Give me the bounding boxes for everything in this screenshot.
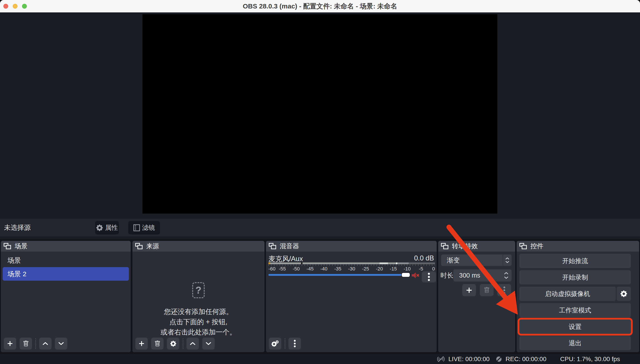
scenes-panel: 场景 场景 场景 2 xyxy=(1,241,131,352)
title-bar: OBS 28.0.3 (mac) - 配置文件: 未命名 - 场景: 未命名 xyxy=(0,0,640,12)
transition-properties-button[interactable] xyxy=(497,284,511,296)
remove-scene-button[interactable] xyxy=(20,338,32,350)
mixer-source-menu-button[interactable] xyxy=(422,271,436,282)
live-status-icon xyxy=(436,356,445,363)
transition-selected-value: 渐变 xyxy=(447,254,460,266)
add-source-button[interactable] xyxy=(135,338,148,350)
volume-db-label: 0.0 dB xyxy=(414,254,434,262)
source-up-button[interactable] xyxy=(186,338,199,350)
tick-label: -50 xyxy=(293,266,300,272)
trash-icon xyxy=(154,341,160,347)
empty-line: 或者右击此处添加一个。 xyxy=(132,327,264,337)
speaker-muted-icon xyxy=(412,272,419,279)
mute-button[interactable] xyxy=(412,272,419,279)
source-properties-button[interactable] xyxy=(167,338,179,350)
empty-line: 您还没有添加任何源。 xyxy=(132,307,264,317)
window-title: OBS 28.0.3 (mac) - 配置文件: 未命名 - 场景: 未命名 xyxy=(0,0,640,12)
dock-icon xyxy=(4,243,11,250)
preview-canvas[interactable] xyxy=(142,14,497,214)
controls-header: 控件 xyxy=(517,241,639,252)
chevron-up-icon xyxy=(505,257,509,260)
mixer-menu-button[interactable] xyxy=(288,338,301,350)
gear-icon xyxy=(96,224,103,231)
meter-tick-labels: -60 -55 -50 -45 -40 -35 -30 -25 -20 -15 … xyxy=(268,266,435,272)
controls-panel: 控件 开始推流 开始录制 启动虚拟摄像机 工作室模式 设置 退出 xyxy=(517,241,639,352)
sources-panel[interactable]: 来源 ? 您还没有添加任何源。 点击下面的 + 按钮, 或者右击此处添加一个。 xyxy=(132,241,264,352)
mixer-toolbar xyxy=(269,338,304,350)
trash-icon xyxy=(484,287,490,293)
transitions-panel: 转场特效 渐变 时长 300 ms xyxy=(438,241,515,352)
dots-vertical-icon xyxy=(294,340,296,348)
source-down-button[interactable] xyxy=(202,338,215,350)
advanced-audio-button[interactable] xyxy=(269,338,281,350)
scenes-header: 场景 xyxy=(1,241,131,252)
dock-icon xyxy=(441,243,448,250)
plus-icon xyxy=(139,341,144,346)
scenes-toolbar xyxy=(4,338,71,350)
add-scene-button[interactable] xyxy=(4,338,16,350)
unknown-source-icon: ? xyxy=(192,282,205,298)
tick-label: -35 xyxy=(334,266,341,272)
transition-select[interactable]: 渐变 xyxy=(441,254,512,266)
sources-title: 来源 xyxy=(146,242,159,251)
tick-label: -55 xyxy=(279,266,286,272)
gear-double-icon xyxy=(271,340,279,347)
status-bar: LIVE: 00:00:00 REC: 00:00:00 CPU: 1.7%, … xyxy=(0,354,640,364)
tick-label: -20 xyxy=(376,266,383,272)
scene-item-selected[interactable]: 场景 2 xyxy=(3,267,129,281)
volume-slider[interactable] xyxy=(268,274,411,276)
transitions-title: 转场特效 xyxy=(452,242,478,251)
tick-label: -60 xyxy=(268,266,276,272)
chevron-up-icon xyxy=(190,342,196,345)
controls-buttons: 开始推流 开始录制 启动虚拟摄像机 工作室模式 设置 退出 xyxy=(519,254,631,352)
start-streaming-button[interactable]: 开始推流 xyxy=(519,254,631,268)
dock-icon xyxy=(269,243,276,250)
mixer-header: 混音器 xyxy=(266,241,437,252)
tick-label: -15 xyxy=(390,266,397,272)
scene-up-button[interactable] xyxy=(39,338,52,350)
scenes-title: 场景 xyxy=(15,242,28,251)
source-toolbar: 未选择源 属性 滤镜 xyxy=(0,219,640,236)
rec-status-text: REC: 00:00:00 xyxy=(506,356,546,363)
transitions-header: 转场特效 xyxy=(438,241,515,252)
chevron-down-icon xyxy=(58,342,64,345)
filter-icon xyxy=(133,224,140,232)
duration-label: 时长 xyxy=(440,269,453,282)
start-recording-button[interactable]: 开始录制 xyxy=(519,270,631,284)
settings-button[interactable]: 设置 xyxy=(519,320,631,334)
obs-window: OBS 28.0.3 (mac) - 配置文件: 未命名 - 场景: 未命名 未… xyxy=(0,0,640,364)
rec-status-icon xyxy=(495,356,502,363)
plus-icon xyxy=(7,341,13,346)
duration-spinner[interactable]: 300 ms xyxy=(453,269,512,282)
properties-label: 属性 xyxy=(105,223,118,232)
tick-label: -10 xyxy=(404,266,411,272)
properties-button[interactable]: 属性 xyxy=(95,221,119,234)
duration-spinner-arrows[interactable] xyxy=(504,269,508,282)
filters-button[interactable]: 滤镜 xyxy=(128,221,160,234)
remove-transition-button[interactable] xyxy=(480,284,494,296)
empty-line: 点击下面的 + 按钮, xyxy=(132,317,264,327)
cpu-fps-text: CPU: 1.7%, 30.00 fps xyxy=(560,356,620,363)
scene-item[interactable]: 场景 xyxy=(1,254,131,267)
toolbar-separator xyxy=(183,338,183,349)
transitions-toolbar xyxy=(462,284,511,296)
trash-icon xyxy=(23,341,29,347)
volume-slider-handle[interactable] xyxy=(401,272,410,277)
studio-mode-button[interactable]: 工作室模式 xyxy=(519,303,631,317)
scene-down-button[interactable] xyxy=(55,338,67,350)
duration-value: 300 ms xyxy=(459,269,480,282)
transition-select-arrows[interactable] xyxy=(503,254,512,266)
live-status-text: LIVE: 00:00:00 xyxy=(448,356,490,363)
tick-label: -30 xyxy=(348,266,355,272)
dots-vertical-icon xyxy=(428,272,430,281)
add-transition-button[interactable] xyxy=(462,284,476,296)
start-virtual-camera-button[interactable]: 启动虚拟摄像机 xyxy=(519,287,616,301)
tick-label: -25 xyxy=(362,266,369,272)
virtual-camera-config-button[interactable] xyxy=(617,287,631,301)
plus-icon xyxy=(466,287,472,293)
chevron-down-icon xyxy=(504,276,508,279)
dots-vertical-icon xyxy=(503,286,505,294)
chevron-up-icon xyxy=(42,342,48,345)
remove-source-button[interactable] xyxy=(151,338,164,350)
exit-button[interactable]: 退出 xyxy=(519,336,631,350)
